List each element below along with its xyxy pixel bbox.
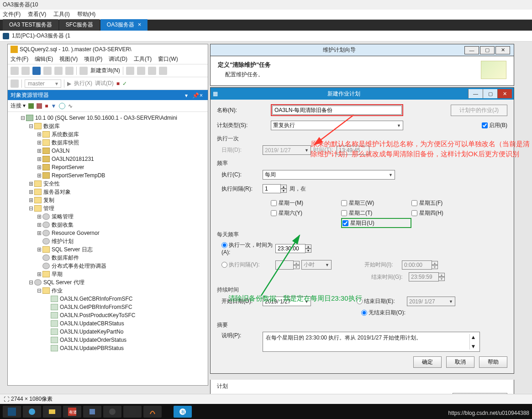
stop-icon[interactable]: ■ xyxy=(45,103,48,109)
stop-icon[interactable]: ■ xyxy=(116,80,120,87)
tool-back-icon[interactable] xyxy=(11,67,19,75)
close-icon[interactable]: × xyxy=(200,92,205,98)
taskbar-item[interactable]: 有道 xyxy=(63,406,81,418)
debug-button[interactable]: 调试(D) xyxy=(95,80,114,87)
wednesday-checkbox[interactable]: 星期三(W) xyxy=(341,198,411,208)
startdate-picker[interactable]: 2019/ 1/27▼ xyxy=(263,297,311,306)
ssms-menu-debug[interactable]: 调试(D) xyxy=(109,55,127,63)
start-button[interactable] xyxy=(3,406,21,418)
scroll-down-icon[interactable]: ▼ xyxy=(471,343,476,350)
tool-open-icon[interactable] xyxy=(43,67,52,75)
close-icon[interactable]: × xyxy=(138,21,142,28)
pin-icon[interactable]: 📌 xyxy=(192,92,198,98)
taskbar-item[interactable] xyxy=(83,406,101,418)
svg-point-3 xyxy=(29,408,35,415)
schedule-titlebar[interactable]: ▦ 新建作业计划 — ▢ ✕ xyxy=(211,88,514,100)
dropdown-icon[interactable]: ▾ xyxy=(185,92,190,98)
tuesday-checkbox[interactable]: 星期二(T) xyxy=(341,208,411,218)
tab-oa3test[interactable]: OA3 TEST服务器 xyxy=(3,19,58,31)
once-time-input xyxy=(337,146,369,155)
friday-checkbox[interactable]: 星期五(F) xyxy=(411,198,482,208)
tool-db4-icon[interactable] xyxy=(159,67,167,75)
tool-new-icon[interactable] xyxy=(32,67,41,75)
sunday-checkbox[interactable]: 星期日(U) xyxy=(341,218,411,228)
tree-databases[interactable]: 数据库 xyxy=(43,122,60,130)
daily-frequency-group: 每天频率 执行一次，时间为(A): ▲▼ 执行间隔(V): ▲▼ 小时▼ xyxy=(217,231,507,281)
frequency-group: 频率 执行(C): 每周▼ 执行间隔(R): ▲▼ 周，在 星期一(M) 星期三… xyxy=(217,159,507,228)
startdate-label: 开始日期(D): xyxy=(217,297,263,305)
tool-fwd-icon[interactable] xyxy=(21,67,30,75)
desc-textarea[interactable]: 在每个星期日的 23:30:00 执行。将从 2019/1/27 开始使用计划。… xyxy=(263,332,480,352)
enddate-radio[interactable]: 结束日期(E): xyxy=(357,297,407,305)
disconnect-icon[interactable] xyxy=(37,103,42,109)
tool-db1-icon[interactable] xyxy=(126,67,134,75)
taskbar-item-active[interactable]: 有 xyxy=(174,406,192,418)
plug-icon[interactable] xyxy=(28,103,34,109)
ssms-menu-view[interactable]: 视图(V) xyxy=(59,55,78,63)
menu-file[interactable]: 文件(F) xyxy=(3,11,21,18)
tool-saveall-icon[interactable] xyxy=(65,67,74,75)
tab-oa3[interactable]: OA3服务器× xyxy=(100,19,148,31)
ssms-icon xyxy=(11,46,18,53)
minimize-button[interactable]: — xyxy=(468,89,483,98)
db-combo[interactable]: master▾ xyxy=(25,80,61,88)
tree-root[interactable]: 10.1 00 (SQL Server 10.50.1600.1 - OA3-S… xyxy=(35,114,177,122)
svg-rect-2 xyxy=(8,408,16,416)
ssms-menu-window[interactable]: 窗口(W) xyxy=(158,55,178,63)
minimize-button[interactable]: — xyxy=(464,46,479,54)
menu-view[interactable]: 查看(V) xyxy=(28,11,46,18)
menu-help[interactable]: 帮助(H) xyxy=(77,11,96,18)
help-button[interactable]: 帮助 xyxy=(479,356,507,368)
refresh-icon[interactable] xyxy=(59,103,65,109)
once-date-picker: 2019/ 1/27▼ xyxy=(263,145,311,155)
saturday-checkbox[interactable]: 星期六(Y) xyxy=(271,208,341,218)
ok-button[interactable]: 确定 xyxy=(413,356,442,368)
taskbar-item[interactable] xyxy=(143,406,162,418)
tool-save-icon[interactable] xyxy=(54,67,63,75)
taskbar-item[interactable] xyxy=(103,406,121,418)
maximize-button[interactable]: ▢ xyxy=(483,89,497,98)
type-combo[interactable]: 重复执行▼ xyxy=(271,121,403,130)
taskbar-item[interactable] xyxy=(43,406,61,418)
ssms-menu-file[interactable]: 文件(F) xyxy=(11,55,28,63)
menu-tools[interactable]: 工具(I) xyxy=(53,11,69,18)
once-at-radio[interactable]: 执行一次，时间为(A): xyxy=(217,241,275,255)
new-schedule-dialog: ▦ 新建作业计划 — ▢ ✕ 名称(N): 计划中的作业(J) 计划类型(S):… xyxy=(210,87,514,374)
taskbar-item[interactable] xyxy=(23,406,41,418)
thursday-checkbox[interactable]: 星期四(H) xyxy=(411,208,482,218)
execute-button[interactable]: 执行(X) xyxy=(74,80,92,87)
tool-grid-icon[interactable] xyxy=(11,80,19,88)
ssms-menu-tool[interactable]: 工具(T) xyxy=(134,55,152,63)
filter-icon[interactable]: ▼ xyxy=(51,103,57,109)
once-at-time-input[interactable]: ▲▼ xyxy=(275,244,311,253)
tool-db2-icon[interactable] xyxy=(137,67,145,75)
exec-combo[interactable]: 每周▼ xyxy=(263,170,395,180)
scroll-up-icon[interactable]: ▲ xyxy=(471,334,476,340)
ssms-menu-project[interactable]: 项目(P) xyxy=(84,55,102,63)
ssms-menu-edit[interactable]: 编辑(E) xyxy=(35,55,53,63)
close-button[interactable]: ✕ xyxy=(495,46,510,54)
expand-icon[interactable]: ⊟ xyxy=(21,114,25,122)
newquery-button[interactable]: 新建查询(N) xyxy=(90,67,120,74)
tab-sfc[interactable]: SFC服务器 xyxy=(59,19,100,31)
interval-radio[interactable]: 执行间隔(V): xyxy=(217,261,275,269)
maximize-button[interactable]: ▢ xyxy=(480,46,495,54)
object-explorer-tree[interactable]: ⊟10.1 00 (SQL Server 10.50.1600.1 - OA3-… xyxy=(8,112,208,375)
close-button[interactable]: ✕ xyxy=(497,89,512,98)
cancel-button[interactable]: 取消 xyxy=(446,356,474,368)
tool-newquery-icon[interactable] xyxy=(79,67,88,75)
noend-radio[interactable]: 无结束日期(O): xyxy=(361,309,406,317)
tool-db3-icon[interactable] xyxy=(148,67,156,75)
spin-down-icon[interactable]: ▼ xyxy=(280,189,287,193)
taskbar-item[interactable] xyxy=(123,406,142,418)
activity-icon[interactable]: ∿ xyxy=(68,103,73,109)
panel-title: 对象资源管理器 xyxy=(11,91,49,99)
enabled-checkbox[interactable]: 启用(B) xyxy=(482,122,507,129)
name-input[interactable] xyxy=(272,106,402,115)
connect-button[interactable]: 连接 ▾ xyxy=(11,102,26,110)
spin-up-icon[interactable]: ▲ xyxy=(280,185,287,189)
monday-checkbox[interactable]: 星期一(M) xyxy=(271,198,341,208)
recur-spinner[interactable]: ▲▼ xyxy=(263,184,287,193)
check-icon[interactable]: ✓ xyxy=(122,80,127,87)
ssms-titlebar: SQLQuery2.sql - 10. ).master (OA3-SERVER… xyxy=(8,44,208,54)
